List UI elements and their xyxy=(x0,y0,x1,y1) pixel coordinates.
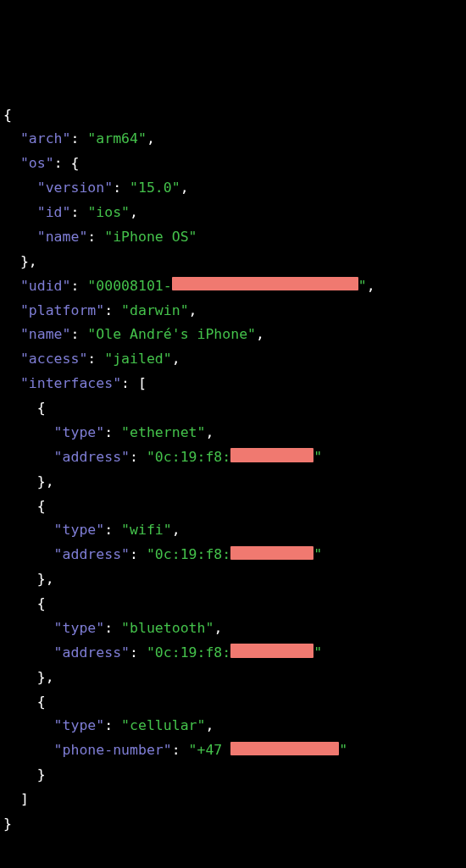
value-type-wifi: "wifi" xyxy=(121,522,172,538)
value-os-name: "iPhone OS" xyxy=(104,229,197,245)
value-name: "Ole André's iPhone" xyxy=(87,326,256,342)
brace-open: { xyxy=(3,107,12,123)
key-type: "type" xyxy=(54,522,105,538)
value-os-id: "ios" xyxy=(87,204,130,220)
value-arch: "arm64" xyxy=(87,130,147,147)
key-udid: "udid" xyxy=(20,278,71,294)
redacted-mac xyxy=(230,448,313,462)
key-arch: "arch" xyxy=(20,130,71,147)
value-type-cellular: "cellular" xyxy=(121,717,205,733)
redacted-mac xyxy=(230,546,313,561)
value-type-ethernet: "ethernet" xyxy=(121,424,205,440)
key-address: "address" xyxy=(54,546,130,562)
redacted-mac xyxy=(230,644,313,658)
key-address: "address" xyxy=(54,644,130,661)
value-access: "jailed" xyxy=(104,351,171,367)
redacted-udid xyxy=(172,277,358,291)
value-os-version: "15.0" xyxy=(130,180,180,196)
key-type: "type" xyxy=(54,717,105,733)
json-output: { "arch": "arm64", "os": { "version": "1… xyxy=(3,103,463,837)
key-os-id: "id" xyxy=(37,204,71,220)
key-os-name: "name" xyxy=(37,229,88,245)
value-udid-prefix: "00008101- xyxy=(87,278,171,294)
redacted-phone xyxy=(230,742,339,756)
value-address-prefix: "0c:19:f8: xyxy=(147,449,230,465)
key-interfaces: "interfaces" xyxy=(20,375,121,391)
key-type: "type" xyxy=(54,424,105,440)
key-os-version: "version" xyxy=(37,180,113,196)
value-phone-prefix: "+47 xyxy=(189,742,231,758)
key-os: "os" xyxy=(20,155,54,171)
key-type: "type" xyxy=(54,620,105,636)
value-address-prefix: "0c:19:f8: xyxy=(147,546,230,562)
value-platform: "darwin" xyxy=(121,302,188,318)
key-phone-number: "phone-number" xyxy=(54,742,172,758)
key-name: "name" xyxy=(20,326,71,342)
value-type-bluetooth: "bluetooth" xyxy=(121,620,214,636)
value-address-prefix: "0c:19:f8: xyxy=(147,644,230,661)
brace-close: } xyxy=(3,815,12,832)
key-access: "access" xyxy=(20,351,87,367)
key-address: "address" xyxy=(54,449,130,465)
key-platform: "platform" xyxy=(20,302,104,318)
